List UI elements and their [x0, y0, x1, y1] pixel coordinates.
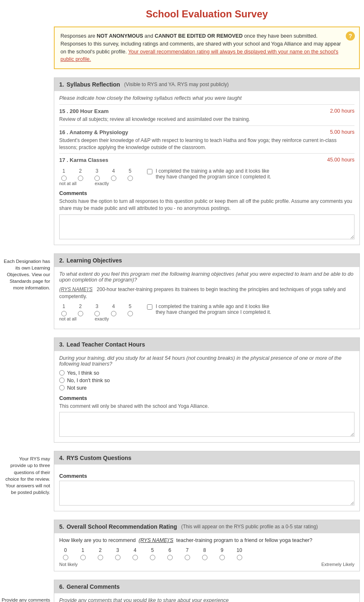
section-5-scale-labels: Not likely Extremely Likely	[59, 562, 354, 567]
s3-radio-no[interactable]	[59, 378, 65, 383]
item-15-hours: 2.00 hours	[330, 108, 354, 114]
section-3-textarea[interactable]	[59, 412, 354, 437]
section-3-num: 3.	[59, 341, 64, 348]
section-2-title: Learning Objectives	[67, 257, 122, 264]
section-1-desc: Please indicate how closely the followin…	[59, 95, 354, 101]
s3-radio-yes[interactable]	[59, 370, 65, 376]
item-15-desc: Review of all subjects; review all knowl…	[59, 116, 354, 123]
section-2-radio-labels: not at all exactly	[59, 316, 109, 321]
s5-radio-10[interactable]	[237, 555, 242, 560]
section-5-body: How likely are you to recommend (RYS NAM…	[54, 533, 359, 571]
section-1-textarea[interactable]	[59, 214, 354, 239]
section-4-body: Comments	[54, 465, 359, 511]
section-4-textarea[interactable]	[59, 481, 354, 506]
section-5-rys-name: (RYS NAME)'S	[139, 537, 174, 543]
section-2-radio-buttons	[59, 311, 135, 316]
s5-radio-0[interactable]	[63, 555, 68, 560]
section-2-num: 2.	[59, 257, 64, 264]
s3-option-no-label: No, I don't think so	[67, 378, 110, 383]
s2-radio-1[interactable]	[61, 311, 67, 316]
section-1-title: Syllabus Reflection	[67, 81, 120, 88]
section-5-numbers: 0 1 2 3 4 5 6 7 8 9 10	[59, 547, 354, 553]
notice-link[interactable]: Your overall recommendation rating will …	[60, 49, 338, 63]
section-4-callout-left: Your RYS may provide up to three questio…	[2, 455, 50, 496]
section-1-comments-label: Comments	[59, 190, 354, 196]
s5-radio-8[interactable]	[202, 555, 207, 560]
s2-checkbox-label: I completed the training a while ago and…	[156, 303, 271, 315]
section-1-num: 1.	[59, 81, 64, 88]
section-6-num: 6.	[59, 583, 64, 590]
s2-radio-2[interactable]	[78, 311, 83, 316]
section-2-body: To what extent do you feel this program …	[54, 267, 359, 329]
notice-text: Responses are NOT ANONYMOUS and CANNOT B…	[60, 33, 341, 62]
section-5-desc: How likely are you to recommend (RYS NAM…	[59, 537, 354, 543]
s1-radio-1[interactable]	[61, 176, 67, 181]
section-3-comments-desc: This comment will only be shared with th…	[59, 403, 354, 410]
section-6-header: 6. General Comments	[54, 580, 359, 593]
section-3-option-1: Yes, I think so	[59, 370, 354, 376]
section-2-ya-text: (RYS NAME)'S 200-hour teacher-training p…	[59, 286, 354, 300]
section-3-header: 3. Lead Teacher Contact Hours	[54, 338, 359, 351]
section-2-callout-left: Each Designation has its own Learning Ob…	[2, 258, 50, 291]
section-5-num: 5.	[59, 523, 64, 530]
s5-radio-1[interactable]	[80, 555, 86, 560]
section-4-header: 4. RYS Custom Questions	[54, 451, 359, 465]
s2-radio-5[interactable]	[128, 311, 133, 316]
section-6-callout-left: Provide any comments you would like to s…	[0, 597, 50, 602]
section-5-scale: 0 1 2 3 4 5 6 7 8 9 10	[59, 547, 354, 567]
section-3-block: 3. Lead Teacher Contact Hours During you…	[54, 337, 360, 443]
s5-radio-4[interactable]	[133, 555, 138, 560]
section-1-radio-group: 1 2 3 4 5 not at all	[59, 168, 135, 186]
section-4-num: 4.	[59, 455, 64, 461]
section-5-title: Overall School Recommendation Rating	[67, 523, 177, 530]
s5-radio-6[interactable]	[167, 555, 173, 560]
section-1-body: Please indicate how closely the followin…	[54, 91, 359, 245]
section-2-desc: To what extent do you feel this program …	[59, 271, 354, 283]
section-1-radio-buttons	[59, 176, 135, 181]
section-2-header: 2. Learning Objectives	[54, 254, 359, 267]
s2-radio-4[interactable]	[111, 311, 116, 316]
section-5-block: 5. Overall School Recommendation Rating …	[54, 520, 360, 571]
s1-checkbox[interactable]	[147, 169, 152, 174]
s3-option-yes-label: Yes, I think so	[67, 370, 99, 376]
item-16-desc: Student's deepen their knowledge of A&P …	[59, 137, 354, 151]
s5-radio-5[interactable]	[150, 555, 155, 560]
item-16-hours: 5.00 hours	[330, 129, 354, 135]
section-6-desc: Provide any comments that you would like…	[59, 597, 354, 602]
section-1-comments-desc: Schools have the option to turn all resp…	[59, 198, 354, 212]
item-16-title: 16 . Anatomy & Physiology	[59, 129, 128, 135]
section-3-desc: During your training, did you study for …	[59, 355, 354, 367]
s1-radio-3[interactable]	[94, 176, 100, 181]
s5-radio-2[interactable]	[98, 555, 103, 560]
section-1-checkbox-option: I completed the training a while ago and…	[147, 168, 271, 180]
help-icon[interactable]: ?	[346, 31, 355, 41]
s5-radio-7[interactable]	[185, 555, 190, 560]
section-1-scale-row: 1 2 3 4 5 not at all	[59, 168, 354, 186]
section-3-body: During your training, did you study for …	[54, 351, 359, 443]
section-1-header: 1. Syllabus Reflection (Visible to RYS a…	[54, 78, 359, 91]
section-2-checkbox-option: I completed the training a while ago and…	[147, 303, 271, 315]
notice-box: Responses are NOT ANONYMOUS and CANNOT B…	[54, 26, 360, 69]
section-6-block: Provide any comments you would like to s…	[54, 580, 360, 602]
s1-radio-2[interactable]	[78, 176, 83, 181]
s1-radio-4[interactable]	[111, 176, 116, 181]
item-17-title: 17 . Karma Classes	[59, 157, 108, 163]
s3-radio-notsure[interactable]	[59, 385, 65, 390]
section-1-radio-labels: not at all exactly	[59, 181, 109, 186]
s5-radio-9[interactable]	[219, 555, 225, 560]
s2-radio-3[interactable]	[94, 311, 100, 316]
s5-radio-3[interactable]	[115, 555, 121, 560]
s1-checkbox-label: I completed the training a while ago and…	[156, 168, 271, 180]
section-4-comments-label: Comments	[59, 473, 354, 479]
section-6-title: General Comments	[67, 583, 120, 590]
item-16-row: 16 . Anatomy & Physiology 5.00 hours	[59, 125, 354, 137]
s1-radio-5[interactable]	[128, 176, 133, 181]
section-2-scale-row: 1 2 3 4 5 not at all	[59, 303, 354, 321]
section-6-body: Provide any comments that you would like…	[54, 593, 359, 602]
s2-checkbox[interactable]	[147, 304, 152, 310]
section-3-title: Lead Teacher Contact Hours	[67, 341, 145, 348]
section-3-comments-label: Comments	[59, 395, 354, 401]
section-3-option-2: No, I don't think so	[59, 378, 354, 383]
section-4-block: Your RYS may provide up to three questio…	[54, 451, 360, 511]
item-15-title: 15 . 200 Hour Exam	[59, 108, 108, 114]
